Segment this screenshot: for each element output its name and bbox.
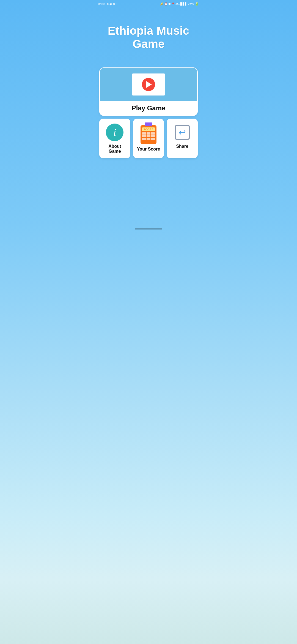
app-title: Ethiopia Music Game bbox=[100, 24, 197, 51]
status-time: 3:33 ⊕ ◉ ❊ • bbox=[98, 2, 117, 6]
play-game-button[interactable]: Play Game bbox=[99, 67, 198, 116]
main-content: Play Game i About Game SCORE bbox=[95, 67, 202, 158]
score-cell bbox=[142, 132, 146, 135]
location-icon: 📍 bbox=[171, 2, 175, 6]
share-arrow-icon: ↪ bbox=[178, 128, 186, 137]
home-indicator bbox=[135, 228, 162, 230]
score-cell bbox=[147, 132, 150, 135]
battery-label: 27% bbox=[188, 2, 194, 6]
share-label: Share bbox=[176, 144, 188, 149]
share-box: ↪ bbox=[175, 125, 190, 140]
status-right-icons: 🔑 ⏰ ✱ 📍 3G ▋▋▋ 27% 🔋 bbox=[160, 2, 199, 6]
about-game-button[interactable]: i About Game bbox=[99, 119, 130, 158]
your-score-button[interactable]: SCORE Your Score bbox=[133, 119, 164, 158]
play-label-area: Play Game bbox=[100, 101, 197, 115]
info-icon: i bbox=[106, 124, 123, 141]
clipboard-body: SCORE bbox=[141, 125, 156, 144]
play-circle bbox=[142, 78, 155, 91]
score-grid bbox=[142, 132, 155, 140]
title-section: Ethiopia Music Game bbox=[95, 24, 202, 51]
time-display: 3:33 bbox=[98, 2, 105, 6]
key-icon: 🔑 bbox=[160, 2, 163, 6]
score-cell bbox=[151, 135, 155, 137]
score-cell bbox=[142, 135, 146, 137]
score-badge: SCORE bbox=[142, 127, 155, 131]
your-score-label: Your Score bbox=[137, 147, 160, 152]
score-cell bbox=[151, 138, 155, 140]
battery-icon: 🔋 bbox=[195, 2, 199, 6]
alarm-icon: ⏰ bbox=[164, 2, 167, 6]
clipboard-top bbox=[145, 122, 152, 126]
score-cell bbox=[151, 132, 155, 135]
play-icon-area bbox=[100, 68, 197, 101]
about-game-label: About Game bbox=[102, 144, 128, 154]
score-icon: SCORE bbox=[140, 124, 157, 144]
bottom-buttons: i About Game SCORE bbox=[99, 119, 198, 158]
status-bar: 3:33 ⊕ ◉ ❊ • 🔑 ⏰ ✱ 📍 3G ▋▋▋ 27% 🔋 bbox=[95, 0, 202, 8]
share-icon-container: ↪ bbox=[174, 124, 191, 141]
status-icons-left: ⊕ ◉ ❊ • bbox=[106, 2, 117, 6]
network-label: 3G bbox=[175, 2, 180, 6]
play-triangle-icon bbox=[146, 81, 152, 88]
score-cell bbox=[147, 135, 150, 137]
score-cell bbox=[147, 138, 150, 140]
bluetooth-icon: ✱ bbox=[168, 2, 170, 6]
signal-icon: ▋▋▋ bbox=[180, 2, 187, 6]
play-icon-box bbox=[132, 73, 165, 95]
score-cell bbox=[142, 138, 146, 140]
share-button[interactable]: ↪ Share bbox=[167, 119, 198, 158]
play-game-label: Play Game bbox=[132, 104, 166, 112]
